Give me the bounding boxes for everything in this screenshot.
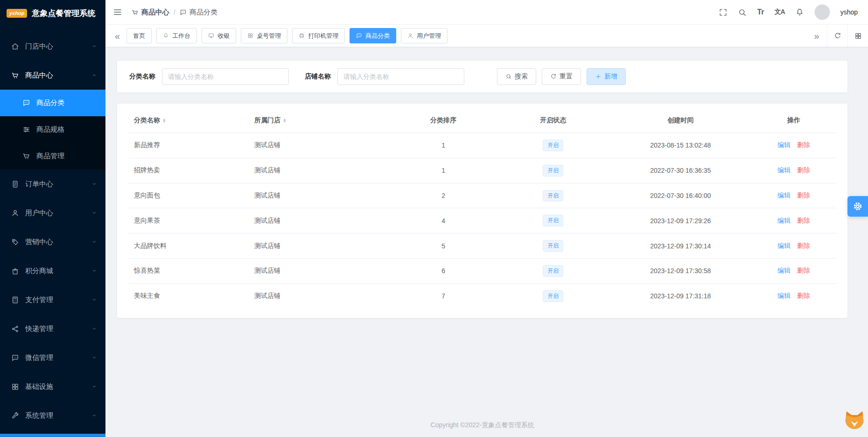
chevron-down-icon (91, 210, 97, 216)
delete-link[interactable]: 删除 (797, 267, 810, 274)
translate-icon[interactable]: 文A (775, 8, 785, 16)
sidebar-item-infrastructure[interactable]: 基础设施 (0, 372, 105, 401)
sidebar-item-marketing-center[interactable]: 营销中心 (0, 227, 105, 256)
tabs-scroll-right-icon[interactable]: » (806, 25, 827, 47)
store-name-label: 店铺名称 (305, 72, 331, 81)
tab-cashier[interactable]: 收银 (202, 28, 236, 43)
username[interactable]: yshop (840, 8, 858, 16)
cart-icon (11, 71, 19, 79)
settings-fab-button[interactable] (847, 196, 868, 217)
edit-link[interactable]: 编辑 (777, 166, 791, 174)
chevron-down-icon (91, 413, 97, 418)
reset-button[interactable]: 重置 (542, 68, 581, 85)
cell-sort: 5 (390, 233, 497, 259)
sidebar-scrollbar[interactable] (0, 434, 105, 437)
sort-control[interactable]: ▲▼ (162, 118, 166, 123)
delete-link[interactable]: 删除 (797, 292, 810, 299)
share-nodes-icon (11, 325, 19, 333)
tab-workbench[interactable]: 工作台 (156, 28, 197, 43)
sidebar-item-express-manage[interactable]: 快递管理 (0, 314, 105, 343)
col-category-name: 分类名称 ▲▼ (128, 108, 249, 133)
edit-link[interactable]: 编辑 (777, 217, 791, 224)
edit-link[interactable]: 编辑 (777, 292, 791, 299)
search-icon[interactable] (738, 8, 747, 17)
user-icon (407, 33, 413, 39)
breadcrumb-label: 商品中心 (141, 8, 169, 17)
delete-link[interactable]: 删除 (797, 242, 810, 249)
sort-control[interactable]: ▲▼ (283, 118, 287, 123)
breadcrumb-item-product-center[interactable]: 商品中心 (132, 8, 169, 17)
edit-link[interactable]: 编辑 (777, 267, 791, 274)
tab-label: 打印机管理 (308, 32, 338, 40)
tab-home[interactable]: 首页 (126, 28, 152, 43)
tab-label: 桌号管理 (257, 32, 281, 40)
breadcrumb: 商品中心 / 商品分类 (132, 8, 217, 17)
cell-created: 2023-12-09 17:29:26 (610, 208, 751, 233)
tab-product-category[interactable]: 商品分类 (350, 28, 396, 43)
tab-printer-manage[interactable]: 打印机管理 (292, 28, 345, 43)
table-card: 分类名称 ▲▼ 所属门店 ▲▼ 分类排序 开启状态 创建时间 操作 (117, 104, 847, 318)
sidebar-item-store-center[interactable]: 门店中心 (0, 32, 105, 61)
sidebar-item-label: 营销中心 (25, 238, 53, 247)
cell-sort: 7 (390, 283, 497, 308)
sidebar-item-product-spec[interactable]: 商品规格 (0, 116, 105, 143)
sidebar-item-points-mall[interactable]: 积分商城 (0, 256, 105, 285)
table-row: 美味主食 测试店铺 7 开启 2023-12-09 17:31:18 编辑删除 (128, 283, 836, 308)
edit-link[interactable]: 编辑 (777, 141, 791, 148)
main-area: 商品中心 / 商品分类 Tr 文A yshop « (105, 0, 868, 437)
sidebar-item-system-manage[interactable]: 系统管理 (0, 401, 105, 430)
sidebar: yshop 意象点餐管理系统 门店中心 商品中心 商品分类 (0, 0, 105, 437)
sidebar-item-wechat-manage[interactable]: 微信管理 (0, 343, 105, 372)
tab-table-manage[interactable]: 桌号管理 (241, 28, 287, 43)
delete-link[interactable]: 删除 (797, 217, 810, 224)
delete-link[interactable]: 删除 (797, 166, 810, 174)
table-row: 大品牌饮料 测试店铺 5 开启 2023-12-09 17:30:14 编辑删除 (128, 233, 836, 259)
col-created: 创建时间 (610, 108, 751, 133)
logo-badge: yshop (7, 9, 27, 18)
bell-icon[interactable] (795, 8, 804, 17)
gear-icon (853, 201, 863, 211)
sidebar-item-label: 商品管理 (36, 152, 64, 161)
tabs-scroll-left-icon[interactable]: « (112, 31, 123, 41)
document-icon (11, 180, 19, 188)
store-name-input[interactable] (337, 68, 464, 85)
bell-icon (163, 33, 169, 39)
sidebar-item-product-category[interactable]: 商品分类 (0, 90, 105, 116)
table-row: 新品推荐 测试店铺 1 开启 2023-08-15 13:02:48 编辑删除 (128, 133, 836, 158)
sidebar-item-product-manage[interactable]: 商品管理 (0, 143, 105, 169)
cell-sort: 1 (390, 133, 497, 158)
avatar[interactable] (814, 4, 830, 20)
refresh-icon[interactable] (827, 25, 847, 47)
cell-store: 测试店铺 (249, 208, 390, 233)
add-button[interactable]: 新增 (587, 68, 626, 85)
font-size-icon[interactable]: Tr (757, 8, 764, 16)
cell-category-name: 意向面包 (128, 183, 249, 208)
cell-store: 测试店铺 (249, 283, 390, 308)
tabs-menu-icon[interactable] (847, 25, 868, 47)
sidebar-item-label: 商品规格 (36, 125, 64, 134)
sidebar-item-order-center[interactable]: 订单中心 (0, 169, 105, 198)
table-row: 意向面包 测试店铺 2 开启 2022-07-30 16:40:00 编辑删除 (128, 183, 836, 208)
tab-user-manage[interactable]: 用户管理 (401, 28, 448, 43)
category-name-input[interactable] (162, 68, 289, 85)
tab-label: 商品分类 (365, 32, 390, 40)
search-button[interactable]: 搜索 (497, 68, 536, 85)
fox-widget-icon[interactable] (843, 409, 866, 431)
edit-link[interactable]: 编辑 (777, 242, 791, 249)
breadcrumb-item-product-category: 商品分类 (180, 8, 217, 17)
cart-icon (132, 9, 139, 16)
sidebar-item-product-center[interactable]: 商品中心 (0, 61, 105, 90)
delete-link[interactable]: 删除 (797, 141, 810, 148)
top-header: 商品中心 / 商品分类 Tr 文A yshop (105, 0, 868, 24)
grid-icon (11, 383, 19, 391)
sidebar-item-user-center[interactable]: 用户中心 (0, 198, 105, 227)
category-table: 分类名称 ▲▼ 所属门店 ▲▼ 分类排序 开启状态 创建时间 操作 (128, 108, 836, 309)
delete-link[interactable]: 删除 (797, 191, 810, 199)
hamburger-icon[interactable] (113, 7, 122, 17)
fullscreen-icon[interactable] (719, 8, 728, 17)
edit-link[interactable]: 编辑 (777, 191, 791, 199)
sidebar-item-payment-manage[interactable]: 支付管理 (0, 285, 105, 314)
tab-label: 用户管理 (417, 32, 441, 40)
table-row: 意向果茶 测试店铺 4 开启 2023-12-09 17:29:26 编辑删除 (128, 208, 836, 233)
chevron-down-icon (91, 43, 97, 49)
